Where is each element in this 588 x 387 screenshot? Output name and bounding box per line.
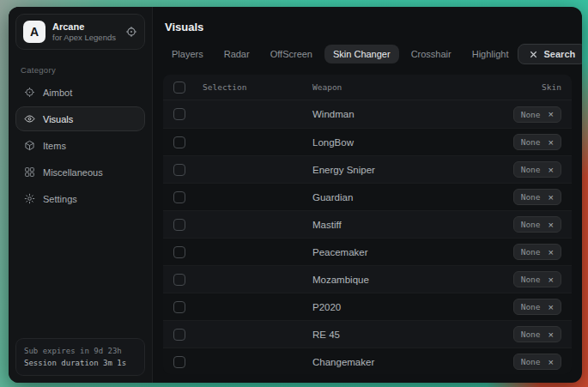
sidebar-item-label: Settings	[43, 194, 77, 204]
search-icon	[529, 50, 538, 59]
sub-expiry-text: Sub expires in 9d 23h	[24, 345, 136, 357]
column-header-selection: Selection	[203, 82, 312, 92]
weapon-name: Changemaker	[312, 357, 482, 367]
search-button-label: Search	[544, 49, 576, 59]
app-brand-card: A Arcane for Apex Legends	[15, 14, 145, 50]
table-row: LongBowNone×	[163, 128, 572, 155]
clear-skin-icon[interactable]: ×	[549, 138, 554, 147]
skin-cell: None×	[482, 134, 561, 150]
weapon-name: Mastiff	[312, 220, 482, 230]
column-header-skin: Skin	[482, 82, 561, 92]
page-title: Visuals	[165, 21, 570, 33]
sidebar-item-visuals[interactable]: Visuals	[15, 106, 145, 131]
skin-badge[interactable]: None×	[513, 134, 561, 150]
skin-badge[interactable]: None×	[513, 244, 561, 260]
clear-skin-icon[interactable]: ×	[549, 193, 554, 202]
skin-cell: None×	[482, 216, 561, 233]
table-row: WindmanNone×	[163, 100, 572, 128]
table-row: GuardianNone×	[163, 183, 572, 210]
row-checkbox[interactable]	[173, 108, 185, 120]
clear-skin-icon[interactable]: ×	[549, 358, 554, 366]
skin-cell: None×	[482, 189, 561, 205]
clear-skin-icon[interactable]: ×	[549, 330, 554, 339]
skin-cell: None×	[482, 161, 561, 178]
row-checkbox[interactable]	[173, 356, 185, 368]
weapon-name: RE 45	[312, 330, 482, 340]
row-checkbox[interactable]	[173, 219, 185, 231]
skin-badge[interactable]: None×	[513, 216, 561, 233]
tabs-row: PlayersRadarOffScreenSkin ChangerCrossha…	[163, 44, 572, 64]
tab-offscreen[interactable]: OffScreen	[262, 45, 321, 63]
clear-skin-icon[interactable]: ×	[549, 303, 554, 311]
row-checkbox[interactable]	[173, 274, 185, 286]
sidebar-nav: AimbotVisualsItemsMiscellaneousSettings	[15, 80, 145, 211]
table-row: Energy SniperNone×	[163, 155, 572, 183]
app-brand-text: Arcane for Apex Legends	[52, 21, 118, 43]
target-icon[interactable]	[125, 26, 137, 38]
skin-cell: None×	[482, 271, 561, 287]
sidebar-item-label: Miscellaneous	[43, 167, 103, 178]
aimbot-icon	[24, 87, 35, 98]
tab-highlight[interactable]: Highlight	[464, 45, 518, 63]
row-checkbox[interactable]	[173, 164, 185, 176]
weapon-name: Energy Sniper	[312, 165, 482, 175]
column-header-weapon: Weapon	[312, 82, 482, 92]
table-row: PeacemakerNone×	[163, 238, 572, 265]
clear-skin-icon[interactable]: ×	[549, 110, 554, 118]
weapon-name: Mozambique	[312, 275, 482, 285]
row-checkbox[interactable]	[173, 191, 185, 203]
skin-value: None	[521, 220, 541, 229]
row-checkbox[interactable]	[173, 246, 185, 258]
tab-radar[interactable]: Radar	[215, 45, 258, 63]
skin-badge[interactable]: None×	[513, 106, 561, 123]
sidebar-item-label: Aimbot	[43, 88, 72, 98]
table-row: RE 45None×	[163, 320, 572, 348]
row-checkbox[interactable]	[173, 301, 185, 313]
tab-crosshair[interactable]: Crosshair	[403, 45, 460, 63]
sidebar-item-settings[interactable]: Settings	[15, 186, 145, 211]
sidebar: A Arcane for Apex Legends Category Aimbo…	[9, 7, 153, 383]
search-button[interactable]: Search	[518, 44, 582, 64]
sidebar-item-aimbot[interactable]: Aimbot	[15, 80, 145, 105]
skin-cell: None×	[482, 244, 561, 260]
table-body: WindmanNone×LongBowNone×Energy SniperNon…	[163, 100, 572, 374]
sidebar-item-label: Items	[43, 141, 66, 151]
category-label: Category	[21, 65, 140, 75]
skin-cell: None×	[482, 354, 561, 370]
skin-value: None	[521, 330, 541, 339]
sidebar-item-miscellaneous[interactable]: Miscellaneous	[15, 160, 145, 184]
skin-badge[interactable]: None×	[513, 271, 561, 287]
tab-players[interactable]: Players	[163, 45, 212, 63]
app-logo: A	[23, 21, 45, 43]
weapon-name: Peacemaker	[312, 247, 482, 257]
tab-bar: PlayersRadarOffScreenSkin ChangerCrossha…	[163, 45, 518, 63]
skin-value: None	[521, 110, 541, 119]
weapon-name: LongBow	[312, 137, 482, 148]
sidebar-item-items[interactable]: Items	[15, 133, 145, 158]
skin-badge[interactable]: None×	[513, 326, 561, 342]
table-row: P2020None×	[163, 293, 572, 320]
sidebar-item-label: Visuals	[43, 114, 73, 124]
subscription-info-card: Sub expires in 9d 23h Session duration 3…	[15, 338, 145, 376]
table-row: MastiffNone×	[163, 210, 572, 238]
table-row: MozambiqueNone×	[163, 265, 572, 293]
row-checkbox[interactable]	[173, 329, 185, 341]
clear-skin-icon[interactable]: ×	[549, 166, 554, 174]
select-all-checkbox[interactable]	[173, 82, 185, 94]
settings-icon	[24, 193, 35, 204]
visuals-icon	[24, 113, 35, 124]
skin-value: None	[521, 302, 541, 311]
skin-value: None	[521, 275, 541, 284]
clear-skin-icon[interactable]: ×	[549, 248, 554, 257]
session-duration-text: Session duration 3m 1s	[24, 357, 136, 369]
tab-skin-changer[interactable]: Skin Changer	[324, 45, 399, 63]
skin-value: None	[521, 192, 541, 202]
skin-badge[interactable]: None×	[513, 299, 561, 315]
clear-skin-icon[interactable]: ×	[549, 275, 554, 284]
clear-skin-icon[interactable]: ×	[549, 221, 554, 229]
skin-badge[interactable]: None×	[513, 189, 561, 205]
skin-cell: None×	[482, 106, 561, 123]
row-checkbox[interactable]	[173, 136, 185, 148]
skin-badge[interactable]: None×	[513, 354, 561, 370]
skin-badge[interactable]: None×	[513, 161, 561, 178]
